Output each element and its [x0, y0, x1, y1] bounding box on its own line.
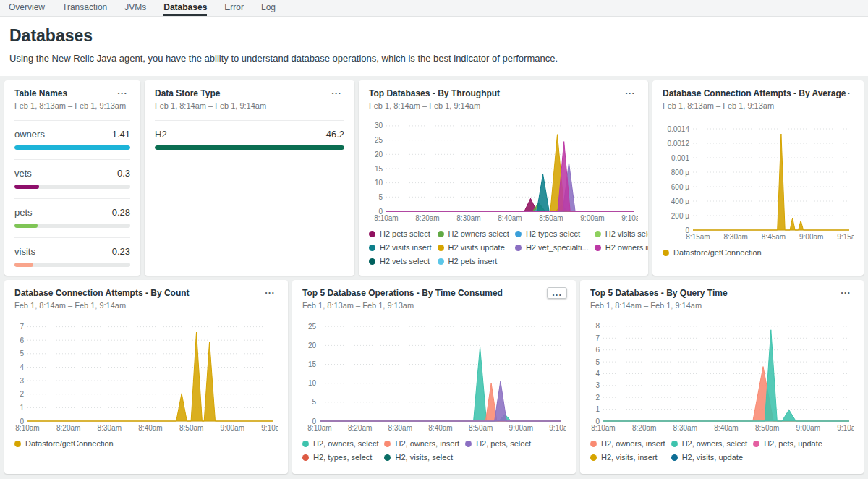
chart-legend: Datastore/getConnection	[663, 248, 854, 257]
legend-item[interactable]: H2, visits, select	[384, 453, 459, 462]
legend-item[interactable]: H2 visits select	[595, 229, 648, 238]
legend-item[interactable]: Datastore/getConnection	[14, 439, 114, 448]
ellipsis-menu-button[interactable]: ...	[836, 286, 855, 296]
legend-item[interactable]: Datastore/getConnection	[663, 248, 762, 257]
svg-text:8:20am: 8:20am	[348, 424, 372, 432]
legend-item[interactable]: H2, owners, insert	[590, 439, 665, 448]
card-connection-attempts-average: Database Connection Attempts - By Averag…	[652, 80, 864, 276]
series-label: H2, owners, insert	[601, 439, 665, 448]
ellipsis-menu-button[interactable]: ...	[836, 86, 855, 96]
svg-text:8:40am: 8:40am	[428, 424, 452, 432]
legend-item[interactable]: H2, pets, select	[465, 439, 531, 448]
bar-row-visits: visits0.23	[14, 237, 130, 276]
tab-databases[interactable]: Databases	[163, 0, 207, 16]
svg-text:0.001: 0.001	[671, 154, 689, 162]
legend-item[interactable]: H2 pets insert	[438, 257, 509, 266]
ellipsis-menu-button[interactable]: ...	[327, 86, 346, 96]
connection-average-area-chart: 0200 µ400 µ600 µ800 µ0.0010.00120.00148:…	[663, 117, 854, 242]
chart-svg: 05101520258:10am8:20am8:30am8:40am8:50am…	[302, 317, 566, 433]
svg-text:8:10am: 8:10am	[591, 424, 615, 432]
bar-track	[155, 145, 344, 150]
series-label: Datastore/getConnection	[673, 248, 762, 257]
legend-item[interactable]: H2 owners insert	[595, 243, 648, 252]
page-title: Databases	[9, 26, 859, 46]
svg-text:10: 10	[375, 179, 383, 187]
legend-item[interactable]: H2, owners, select	[302, 439, 378, 448]
series-label: H2, pets, select	[476, 439, 531, 448]
svg-text:8:30am: 8:30am	[456, 214, 480, 222]
bar-fill	[14, 145, 130, 150]
series-label: H2 owners select	[448, 229, 509, 238]
card-date-range: Feb 1, 8:13am – Feb 1, 9:13am	[302, 301, 566, 310]
legend-item[interactable]: H2, visits, update	[671, 453, 747, 462]
legend-item[interactable]: H2, owners, insert	[384, 439, 459, 448]
svg-text:8:20am: 8:20am	[56, 424, 80, 432]
svg-text:9:00am: 9:00am	[221, 424, 244, 432]
bar-value: 0.23	[112, 246, 130, 257]
series-label: H2, visits, select	[395, 453, 452, 462]
page-header: Databases Using the New Relic Java agent…	[0, 17, 868, 76]
legend-item[interactable]: H2 visits update	[438, 243, 509, 252]
svg-text:8:30am: 8:30am	[724, 233, 748, 241]
card-title: Top 5 Databases - By Query Time	[590, 288, 854, 298]
legend-item[interactable]: H2 vet_specialti...	[515, 243, 589, 252]
svg-text:5: 5	[378, 193, 383, 201]
series-color-dot	[384, 441, 391, 447]
bar-label: H2	[155, 129, 167, 140]
card-title: Top Databases - By Throughput	[369, 88, 638, 98]
chart-svg: 0123456788:10am8:20am8:30am8:40am8:50am9…	[590, 317, 854, 433]
svg-text:9:10am: 9:10am	[837, 424, 854, 432]
legend-item[interactable]: H2 owners select	[438, 229, 509, 238]
bar-row-pets: pets0.28	[14, 198, 130, 237]
card-date-range: Feb 1, 8:13am – Feb 1, 9:13am	[663, 101, 854, 110]
bar-fill	[14, 185, 39, 189]
card-top5-databases-query-time: Top 5 Databases - By Query Time Feb 1, 8…	[580, 280, 864, 474]
tab-log[interactable]: Log	[261, 0, 276, 16]
card-date-range: Feb 1, 8:14am – Feb 1, 9:14am	[590, 301, 854, 310]
svg-text:5: 5	[20, 349, 24, 357]
svg-text:15: 15	[375, 165, 383, 173]
svg-text:8:40am: 8:40am	[714, 424, 738, 432]
tab-transaction[interactable]: Transaction	[62, 0, 107, 16]
series-color-dot	[671, 454, 678, 461]
svg-text:1: 1	[20, 404, 24, 412]
svg-text:30: 30	[375, 122, 383, 130]
svg-text:9:10am: 9:10am	[549, 424, 566, 432]
svg-text:8:10am: 8:10am	[15, 424, 39, 432]
legend-item[interactable]: H2 visits insert	[369, 243, 432, 252]
tab-overview[interactable]: Overview	[9, 0, 45, 16]
legend-item[interactable]: H2, types, select	[302, 453, 378, 462]
svg-text:0.0012: 0.0012	[667, 140, 689, 148]
ellipsis-menu-button[interactable]: ...	[621, 86, 639, 96]
bar-list: owners1.41vets0.3pets0.28visits0.23	[14, 120, 130, 276]
ellipsis-menu-button[interactable]: ...	[260, 286, 279, 296]
tab-error[interactable]: Error	[224, 0, 244, 16]
legend-item[interactable]: H2, owners, select	[671, 439, 747, 448]
legend-item[interactable]: H2, visits, insert	[590, 453, 665, 462]
bar-fill	[14, 224, 38, 228]
tab-jvms[interactable]: JVMs	[124, 0, 146, 16]
legend-item[interactable]: H2, pets, update	[753, 439, 822, 448]
svg-text:8:50am: 8:50am	[179, 424, 203, 432]
series-color-dot	[438, 245, 444, 251]
series-label: H2 pets insert	[448, 257, 498, 266]
legend-item[interactable]: H2 pets select	[369, 229, 432, 238]
svg-text:8:10am: 8:10am	[374, 214, 398, 222]
series-label: H2 owners insert	[605, 243, 648, 252]
svg-text:9:00am: 9:00am	[580, 214, 604, 222]
ellipsis-menu-button[interactable]: ...	[113, 86, 132, 96]
bar-fill	[14, 263, 33, 267]
legend-item[interactable]: H2 types select	[515, 229, 589, 238]
chart-svg: 0510152025308:10am8:20am8:30am8:40am8:50…	[369, 117, 638, 223]
legend-item[interactable]: H2 vets select	[369, 257, 432, 266]
svg-text:4: 4	[595, 370, 600, 378]
svg-text:8:40am: 8:40am	[138, 424, 162, 432]
ellipsis-menu-button[interactable]: ...	[547, 287, 567, 299]
card-title: Data Store Type	[155, 88, 344, 98]
svg-text:2: 2	[595, 394, 600, 402]
series-label: H2, pets, update	[764, 439, 822, 448]
series-color-dot	[595, 231, 601, 237]
svg-text:8:20am: 8:20am	[632, 424, 656, 432]
series-color-dot	[14, 441, 21, 447]
card-table-names: Table Names Feb 1, 8:13am – Feb 1, 9:13a…	[4, 80, 140, 276]
